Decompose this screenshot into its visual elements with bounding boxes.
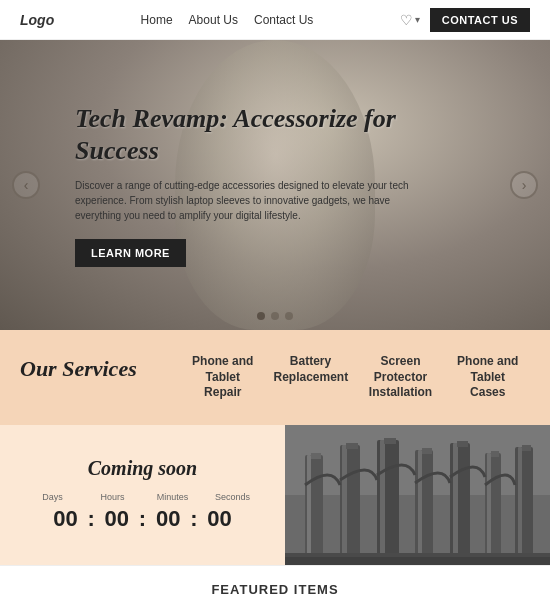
hero-next-arrow[interactable]: › [510,171,538,199]
services-section: Our Services Phone and Tablet Repair Bat… [0,330,550,425]
services-items: Phone and Tablet Repair Battery Replacem… [180,350,530,405]
countdown-sep-2: : [137,506,148,532]
countdown-days: 00 [46,506,86,532]
svg-rect-4 [311,453,321,459]
service-battery-replacement[interactable]: Battery Replacement [266,350,356,405]
countdown-seconds: 00 [199,506,239,532]
heart-icon[interactable]: ♡ ▾ [400,12,420,28]
svg-rect-10 [384,438,396,444]
countdown-minutes: 00 [148,506,188,532]
svg-rect-12 [418,450,422,565]
svg-rect-18 [487,453,491,565]
countdown-sep-3: : [188,506,199,532]
svg-rect-9 [380,440,385,565]
countdown-labels: Days Hours Minutes Seconds [33,492,253,502]
nav-home[interactable]: Home [141,13,173,27]
hero-dot-3[interactable] [285,312,293,320]
svg-rect-20 [515,447,533,565]
svg-rect-24 [285,553,550,557]
svg-rect-7 [346,443,358,449]
hero-dot-1[interactable] [257,312,265,320]
service-phone-tablet-repair[interactable]: Phone and Tablet Repair [180,350,266,405]
service-screen-protector[interactable]: Screen Protector Installation [356,350,446,405]
countdown-values: 00 : 00 : 00 : 00 [46,506,240,532]
svg-rect-23 [285,557,550,565]
countdown-hours: 00 [97,506,137,532]
svg-rect-3 [307,455,311,565]
svg-rect-19 [491,451,499,457]
coming-soon-title: Coming soon [88,457,197,480]
hero-dot-2[interactable] [271,312,279,320]
label-seconds: Seconds [213,492,253,502]
label-days: Days [33,492,73,502]
svg-rect-11 [415,450,433,565]
svg-rect-21 [518,447,522,565]
featured-section: FEATURED ITEMS [0,565,550,600]
hero-dots [257,312,293,320]
nav-about[interactable]: About Us [189,13,238,27]
hero-title: Tech Revamp: Accessorize for Success [75,103,475,165]
label-hours: Hours [93,492,133,502]
nav-links: Home About Us Contact Us [141,13,314,27]
hero-prev-arrow[interactable]: ‹ [12,171,40,199]
svg-rect-16 [457,441,468,447]
hero-section: ‹ Tech Revamp: Accessorize for Success D… [0,40,550,330]
nav-right: ♡ ▾ CONTACT US [400,8,530,32]
navbar: Logo Home About Us Contact Us ♡ ▾ CONTAC… [0,0,550,40]
coming-soon-section: Coming soon Days Hours Minutes Seconds 0… [0,425,550,565]
learn-more-button[interactable]: LEARN MORE [75,239,186,267]
countdown-sep-1: : [86,506,97,532]
contact-button[interactable]: CONTACT US [430,8,530,32]
architecture-image [285,425,550,565]
nav-contact[interactable]: Contact Us [254,13,313,27]
svg-rect-6 [342,445,347,565]
hero-content: Tech Revamp: Accessorize for Success Dis… [35,83,515,286]
service-phone-tablet-cases[interactable]: Phone and Tablet Cases [446,350,531,405]
coming-soon-left: Coming soon Days Hours Minutes Seconds 0… [0,425,285,565]
architecture-bg [285,425,550,565]
svg-rect-13 [422,448,432,454]
label-minutes: Minutes [153,492,193,502]
svg-rect-15 [453,443,458,565]
featured-title: FEATURED ITEMS [16,582,534,597]
logo: Logo [20,12,54,28]
services-title: Our Services [20,350,180,382]
svg-rect-22 [522,445,531,451]
hero-description: Discover a range of cutting-edge accesso… [75,178,415,223]
